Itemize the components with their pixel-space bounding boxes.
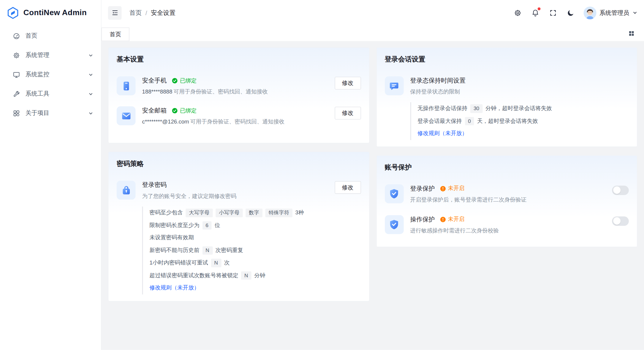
rule-tag: 特殊字符 [265,209,292,217]
avatar [583,6,596,19]
modify-rules-link[interactable]: 修改规则（未开放） [417,127,467,140]
theme-toggle-button[interactable] [564,6,578,20]
rule-text: 位 [215,222,220,229]
sidebar-item-label: 关于项目 [26,109,49,117]
app-window: ContiNew Admin 首页 系统管理 [0,0,644,350]
fullscreen-button[interactable] [546,6,560,20]
status-badge: 未开启 [440,185,465,192]
setting-name: 登录密码 [142,181,167,189]
rule-value: N [241,271,251,280]
hexagon-logo-icon [7,6,19,19]
tab-actions-button[interactable] [625,27,637,39]
card-title: 基本设置 [117,55,361,64]
rule-value: 30 [470,104,482,113]
chevron-down-icon [632,10,637,15]
rule-tag: 小写字母 [216,209,243,217]
setting-desc: c********@126.com可用于身份验证、密码找回、通知接收 [142,118,285,126]
sidebar-item-system-monitor[interactable]: 系统监控 [0,65,101,84]
setting-row-phone: 安全手机 已绑定 188****8888可用于身份验证、密码找回、通知接收 修改 [117,76,361,96]
setting-row-login-protection: 登录保护 未开启 开启登录保护后，账号登录需进行二次身份验证 [384,184,629,203]
rule-text: 次密码重复 [216,247,243,254]
rule-contain: 密码至少包含 大写字母 小写字母 数字 特殊字符 3种 [150,207,361,219]
chevron-down-icon [88,53,93,58]
setting-row-email: 安全邮箱 已绑定 c********@126.com可用于身份验证、密码找回、通… [117,106,361,126]
chat-icon [384,76,404,95]
modify-email-button[interactable]: 修改 [335,107,361,120]
rule-value: N [202,246,213,254]
rule-value: 6 [202,221,212,229]
rule-value: N [211,259,221,267]
modify-password-button[interactable]: 修改 [335,181,361,194]
card-title: 账号保护 [384,163,629,172]
sidebar-collapse-button[interactable] [108,6,122,20]
rule-lock: 超过错误密码重试次数账号将被锁定 N 分钟 [150,269,361,282]
tab-home[interactable]: 首页 [102,28,129,41]
card-basic-settings: 基本设置 安全手机 已绑定 [108,47,369,143]
shield-check-icon [384,215,404,234]
breadcrumb-home[interactable]: 首页 [129,9,142,17]
rule-text: 登录会话最大保持 [417,117,462,125]
mail-icon [117,106,136,125]
notification-dot [537,7,540,10]
rule-text: 未设置密码有效期 [150,234,194,242]
top-header: 首页 / 安全设置 [102,0,644,26]
main-area: 首页 / 安全设置 [102,0,644,350]
sidebar-item-system-tools[interactable]: 系统工具 [0,84,101,104]
sidebar-item-system-management[interactable]: 系统管理 [0,46,101,65]
check-circle-icon [172,107,178,114]
card-account-protection: 账号保护 登录保护 未开启 [376,155,637,247]
moon-icon [567,9,575,17]
content-area: 基本设置 安全手机 已绑定 [102,41,644,350]
warning-circle-icon [440,186,446,192]
menu-fold-icon [111,9,118,16]
settings-icon-button[interactable] [511,6,525,20]
sidebar-item-label: 系统工具 [26,90,49,98]
username: 系统管理员 [599,9,629,17]
modify-rules-link[interactable]: 修改规则（未开放） [150,282,200,294]
warning-circle-icon [440,216,446,222]
rule-text: 密码至少包含 [150,209,183,216]
chevron-down-icon [88,91,93,96]
sidebar-item-about-project[interactable]: 关于项目 [0,104,101,123]
fullscreen-icon [549,9,557,17]
setting-row-session: 登录态保持时间设置 保持登录状态的限制 [384,76,629,96]
card-title: 登录会话设置 [384,55,629,64]
status-badge: 已绑定 [172,77,197,84]
password-rules-list: 密码至少包含 大写字母 小写字母 数字 特殊字符 3种 限制密码长度至少为 6 … [142,207,361,294]
rule-expire: 未设置密码有效期 [150,232,361,244]
monitor-icon [13,71,20,78]
status-badge: 未开启 [440,216,465,223]
breadcrumb-separator: / [145,9,147,16]
setting-row-operation-protection: 操作保护 未开启 进行敏感操作时需进行二次身份校验 [384,215,629,234]
status-badge: 已绑定 [172,107,197,114]
tab-bar: 首页 [102,26,644,41]
gear-icon [514,9,521,17]
breadcrumb: 首页 / 安全设置 [129,9,175,17]
setting-desc: 开启登录保护后，账号登录需进行二次身份验证 [410,196,526,204]
sidebar-item-label: 首页 [26,32,37,40]
rule-idle-timeout: 无操作登录会话保持 30 分钟，超时登录会话将失效 [417,102,629,115]
operation-protection-toggle[interactable] [612,216,629,226]
sidebar: ContiNew Admin 首页 系统管理 [0,0,102,350]
setting-row-password: 登录密码 为了您的账号安全，建议定期修改密码 修改 [117,181,361,200]
chevron-down-icon [88,72,93,77]
notifications-button[interactable] [529,6,542,20]
app-title: ContiNew Admin [23,8,87,17]
modify-phone-button[interactable]: 修改 [335,77,361,90]
chevron-down-icon [88,111,93,116]
app-logo[interactable]: ContiNew Admin [0,0,101,26]
left-column: 基本设置 安全手机 已绑定 [108,47,369,301]
login-protection-toggle[interactable] [612,186,629,195]
card-title: 密码策略 [117,159,361,168]
rule-text: 天，超时登录会话将失效 [477,117,538,125]
setting-name: 登录保护 [410,185,435,192]
rule-text: 分钟，超时登录会话将失效 [485,105,552,112]
rule-text: 新密码不能与历史前 [150,247,200,254]
sidebar-item-home[interactable]: 首页 [0,26,101,46]
card-session-settings: 登录会话设置 登录态保持时间设置 保持登录状态的限制 [376,47,637,147]
sidebar-item-label: 系统监控 [26,71,49,78]
rule-retry: 1小时内密码错误可重试 N 次 [150,257,361,269]
rule-text: 无操作登录会话保持 [417,105,467,112]
user-menu[interactable]: 系统管理员 [583,6,637,19]
rule-text: 3种 [295,209,304,216]
